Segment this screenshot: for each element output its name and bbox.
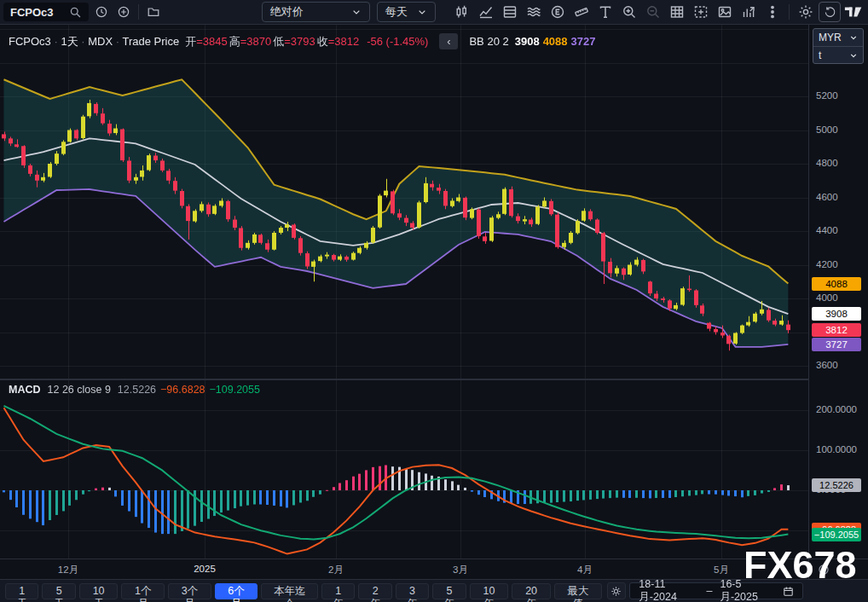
- currency-selector[interactable]: MYR: [813, 29, 863, 46]
- tradingview-logo[interactable]: [842, 2, 865, 22]
- price-badge: 3908: [812, 307, 861, 321]
- price-tick: 4400: [816, 225, 838, 235]
- currency-label: MYR: [819, 32, 842, 43]
- range-button-3个月[interactable]: 3个月: [168, 583, 211, 599]
- date-to: 16-5月-2025: [720, 578, 775, 602]
- date-range-picker[interactable]: 18-11月-2024 – 16-5月-2025: [629, 582, 803, 599]
- publish-icon[interactable]: [738, 2, 760, 22]
- macd-tick: 100.0000: [816, 444, 857, 454]
- macd-legend: MACD 12 26 close 9 12.5226−96.6828−109.2…: [9, 384, 264, 396]
- range-button-最大值[interactable]: 最大值: [554, 583, 602, 599]
- range-button-5天[interactable]: 5天: [42, 583, 75, 599]
- price-tick: 5000: [816, 124, 838, 135]
- range-button-6个月[interactable]: 6个月: [215, 583, 258, 599]
- search-icon: [69, 6, 82, 19]
- range-button-2年[interactable]: 2年: [358, 583, 391, 599]
- bb-value: 4088: [543, 35, 568, 48]
- range-button-1年[interactable]: 1年: [321, 583, 355, 599]
- axis-unit-selector: MYR t: [813, 28, 864, 64]
- date-from: 18-11月-2024: [639, 578, 698, 602]
- pane-separator[interactable]: [0, 379, 808, 380]
- compare-icon[interactable]: [523, 2, 545, 22]
- macd-chart[interactable]: [0, 380, 808, 559]
- text-tool-icon[interactable]: [594, 2, 616, 22]
- bb-value: 3727: [571, 35, 596, 48]
- symbol-search[interactable]: FCPOc3: [3, 3, 89, 21]
- chevron-down-icon: [849, 33, 858, 42]
- bb-value: 3908: [515, 35, 540, 48]
- toolbar-separator: [138, 4, 139, 20]
- bb-legend-title[interactable]: BB 20 2: [469, 35, 508, 48]
- price-axis[interactable]: MYR t 5200500048004600440042004000360040…: [808, 25, 868, 559]
- candlestick-style-icon[interactable]: [451, 2, 473, 22]
- history-clock-icon[interactable]: [90, 2, 113, 22]
- legend-separator: ·: [113, 35, 122, 48]
- element-e-icon[interactable]: [547, 2, 569, 22]
- screenshot-icon[interactable]: [714, 2, 736, 22]
- legend-ohlc-item: 开=3845: [185, 35, 228, 48]
- macd-badge: −109.2055: [812, 528, 861, 541]
- zoom-out-icon: [642, 2, 664, 22]
- candlestick-chart[interactable]: [0, 25, 808, 379]
- add-snapshot-icon[interactable]: [690, 2, 712, 22]
- unit-selector[interactable]: t: [813, 46, 863, 63]
- macd-legend-title[interactable]: MACD: [9, 384, 41, 396]
- unit-label: t: [819, 49, 821, 61]
- measure-icon[interactable]: [570, 2, 593, 22]
- time-label: 2月: [328, 564, 344, 576]
- legend-collapse-button[interactable]: ‹: [439, 33, 458, 49]
- range-button-3年[interactable]: 3年: [396, 583, 429, 599]
- range-button-10年[interactable]: 10年: [470, 583, 509, 599]
- time-label: 4月: [577, 564, 593, 576]
- bottom-toolbar: 1天5天10天1个月3个月6个月本年迄今1年2年3年5年10年20年最大值 18…: [0, 579, 868, 602]
- layout-icon[interactable]: [499, 2, 521, 22]
- range-button-1天[interactable]: 1天: [5, 583, 38, 599]
- range-button-1个月[interactable]: 1个月: [121, 583, 165, 599]
- legend-ohlc-item: 低=3793: [273, 35, 315, 48]
- replay-icon[interactable]: [819, 2, 841, 22]
- time-label: 3月: [453, 564, 468, 576]
- price-tick: 4000: [816, 292, 838, 303]
- trading-chart-app: FCPOc3 绝对价 每天 FCPOc3 · 1天 · MDX · Trade …: [0, 0, 868, 602]
- legend-ohlc-item: 收=3812: [317, 35, 360, 48]
- price-mode-dropdown[interactable]: 绝对价: [262, 2, 370, 22]
- interval-label: 每天: [385, 4, 408, 20]
- chevron-down-icon: [417, 7, 427, 17]
- legend-change: -56 (-1.45%): [367, 35, 428, 48]
- legend-separator: ·: [78, 35, 89, 48]
- price-badge: 3727: [812, 338, 861, 351]
- chevron-down-icon: [351, 7, 362, 17]
- legend-title-part: FCPOc3: [9, 35, 51, 48]
- range-button-本年迄今[interactable]: 本年迄今: [261, 583, 318, 599]
- indicators-icon[interactable]: [475, 2, 497, 22]
- time-label: 12月: [58, 564, 78, 576]
- price-badge: 4088: [812, 277, 861, 291]
- price-tick: 5200: [816, 90, 838, 101]
- time-label: 2025: [194, 564, 216, 574]
- legend-title[interactable]: FCPOc3 · 1天 · MDX · Trade Price: [9, 34, 179, 49]
- interval-dropdown[interactable]: 每天: [377, 2, 436, 22]
- range-settings-button[interactable]: [607, 582, 627, 599]
- bb-legend-values: 390840883727: [515, 35, 599, 48]
- macd-value: −109.2055: [210, 384, 260, 396]
- time-label: 5月: [714, 564, 729, 576]
- folder-icon[interactable]: [142, 2, 165, 22]
- macd-badge: 12.5226: [812, 478, 861, 492]
- range-button-20年[interactable]: 20年: [512, 583, 551, 599]
- top-toolbar: FCPOc3 绝对价 每天: [0, 0, 868, 25]
- range-button-5年[interactable]: 5年: [432, 583, 466, 599]
- add-circle-icon[interactable]: [113, 2, 135, 22]
- grid-view-icon[interactable]: [666, 2, 688, 22]
- chevron-down-icon: [849, 51, 858, 60]
- more-options-icon[interactable]: [761, 2, 784, 22]
- time-axis[interactable]: 12月20252月3月4月5月: [0, 559, 808, 579]
- symbol-text: FCPOc3: [10, 6, 54, 19]
- zoom-in-icon[interactable]: [618, 2, 640, 22]
- settings-icon[interactable]: [795, 2, 817, 22]
- legend-separator: ·: [51, 35, 61, 48]
- price-tick: 3600: [816, 360, 838, 370]
- range-button-10天[interactable]: 10天: [79, 583, 119, 599]
- legend-title-part: MDX: [88, 35, 113, 48]
- date-separator: –: [707, 585, 713, 597]
- macd-legend-values: 12.5226−96.6828−109.2055: [118, 384, 264, 396]
